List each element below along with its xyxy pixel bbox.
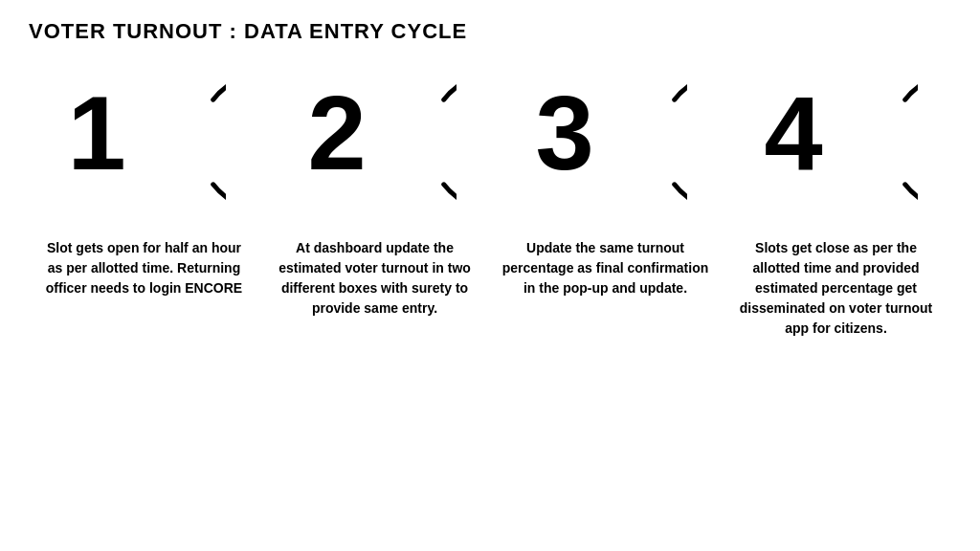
step-1-description: Slot gets open for half an hour as per a… bbox=[39, 238, 250, 298]
step-3-description: Update the same turnout percentage as fi… bbox=[501, 238, 711, 298]
step-4: 4Slots get close as per the allotted tim… bbox=[731, 63, 942, 339]
step-3-number: 3 bbox=[536, 80, 594, 186]
step-3: 3Update the same turnout percentage as f… bbox=[501, 63, 711, 298]
step-4-description: Slots get close as per the allotted time… bbox=[731, 238, 942, 339]
steps-container: 1Slot gets open for half an hour as per … bbox=[29, 63, 951, 532]
step-1-number: 1 bbox=[68, 80, 126, 186]
step-2-description: At dashboard update the estimated voter … bbox=[270, 238, 480, 319]
step-2-number: 2 bbox=[308, 80, 367, 186]
step-4-number: 4 bbox=[765, 80, 823, 186]
page-title: VOTER TURNOUT : DATA ENTRY CYCLE bbox=[29, 19, 951, 44]
page: VOTER TURNOUT : DATA ENTRY CYCLE 1Slot g… bbox=[0, 0, 980, 551]
step-1: 1Slot gets open for half an hour as per … bbox=[39, 63, 250, 298]
step-2: 2At dashboard update the estimated voter… bbox=[270, 63, 480, 319]
